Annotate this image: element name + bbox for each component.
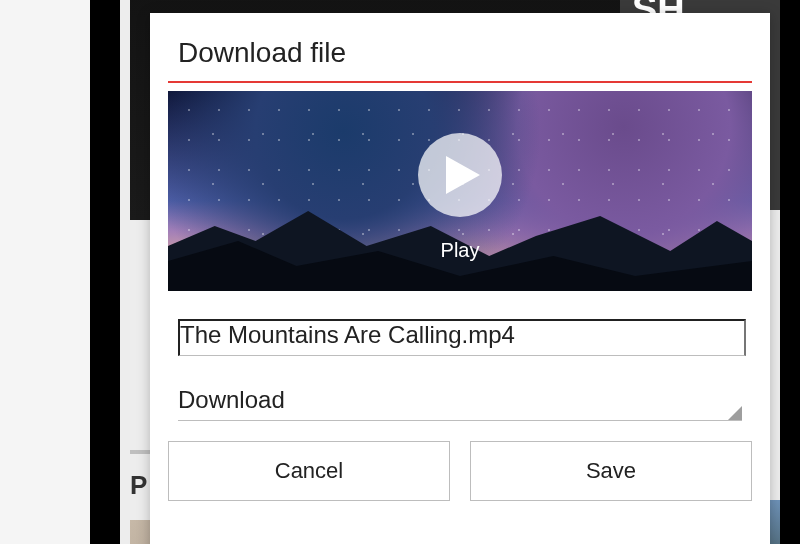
play-icon <box>446 156 480 194</box>
filename-input[interactable] <box>178 319 746 356</box>
save-button[interactable]: Save <box>470 441 752 501</box>
dialog-title: Download file <box>150 13 770 81</box>
play-button[interactable] <box>418 133 502 217</box>
destination-select[interactable]: Download <box>178 386 742 421</box>
destination-value: Download <box>178 386 742 421</box>
phone-frame: SH 0 er i P OM Download file Play <box>90 0 800 544</box>
video-preview[interactable]: Play <box>168 91 752 291</box>
dialog-button-row: Cancel Save <box>150 421 770 525</box>
bg-section-label: P <box>130 470 147 501</box>
cancel-button[interactable]: Cancel <box>168 441 450 501</box>
dropdown-handle-icon <box>728 406 742 420</box>
dialog-divider <box>168 81 752 83</box>
play-label: Play <box>441 239 480 262</box>
download-dialog: Download file Play Download Canc <box>150 13 770 544</box>
